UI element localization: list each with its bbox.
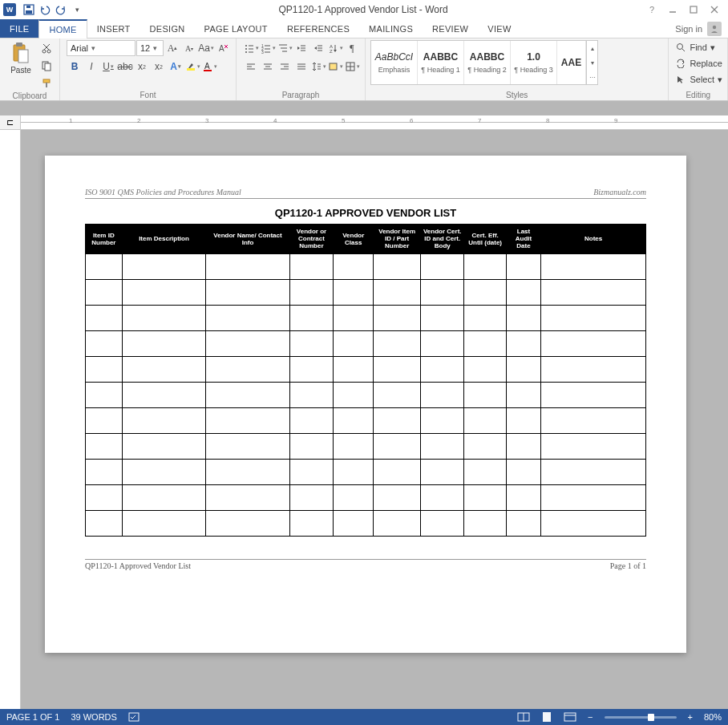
sort-icon[interactable]: AZ — [327, 40, 343, 56]
table-cell[interactable] — [122, 510, 206, 536]
copy-icon[interactable] — [38, 58, 55, 74]
subscript-icon[interactable]: x2 — [134, 59, 150, 75]
table-cell[interactable] — [421, 330, 464, 356]
table-cell[interactable] — [464, 433, 506, 459]
table-cell[interactable] — [506, 510, 541, 536]
font-color-icon[interactable]: A — [201, 59, 217, 75]
table-cell[interactable] — [86, 330, 123, 356]
tab-view[interactable]: VIEW — [478, 19, 520, 38]
maximize-icon[interactable] — [683, 2, 704, 17]
table-cell[interactable] — [206, 510, 290, 536]
style-heading2[interactable]: AABBC¶ Heading 2 — [464, 41, 511, 84]
format-painter-icon[interactable] — [38, 75, 55, 91]
table-cell[interactable] — [421, 279, 464, 305]
table-cell[interactable] — [86, 382, 123, 407]
redo-icon[interactable] — [54, 2, 68, 17]
table-cell[interactable] — [374, 330, 421, 356]
table-cell[interactable] — [86, 433, 123, 459]
table-cell[interactable] — [334, 459, 374, 484]
table-cell[interactable] — [374, 253, 421, 279]
table-cell[interactable] — [506, 433, 541, 459]
table-cell[interactable] — [289, 330, 333, 356]
table-cell[interactable] — [374, 356, 421, 382]
tab-insert[interactable]: INSERT — [87, 19, 140, 38]
clear-formatting-icon[interactable]: A — [215, 40, 231, 56]
table-cell[interactable] — [206, 407, 290, 433]
tab-references[interactable]: REFERENCES — [277, 19, 359, 38]
save-icon[interactable] — [22, 2, 36, 17]
table-cell[interactable] — [86, 305, 123, 330]
table-cell[interactable] — [122, 433, 206, 459]
table-cell[interactable] — [334, 433, 374, 459]
table-cell[interactable] — [86, 356, 123, 382]
table-cell[interactable] — [464, 253, 506, 279]
table-cell[interactable] — [374, 407, 421, 433]
table-row[interactable] — [86, 253, 646, 279]
table-cell[interactable] — [289, 433, 333, 459]
table-cell[interactable] — [464, 407, 506, 433]
styles-expand[interactable]: ▴▾⋯ — [586, 41, 597, 84]
shading-icon[interactable] — [327, 59, 343, 75]
table-cell[interactable] — [86, 459, 123, 484]
table-cell[interactable] — [334, 356, 374, 382]
table-cell[interactable] — [421, 356, 464, 382]
table-cell[interactable] — [541, 305, 646, 330]
table-cell[interactable] — [374, 459, 421, 484]
numbering-icon[interactable]: 123 — [260, 40, 276, 56]
table-cell[interactable] — [206, 459, 290, 484]
table-cell[interactable] — [206, 382, 290, 407]
table-cell[interactable] — [86, 279, 123, 305]
table-cell[interactable] — [464, 382, 506, 407]
table-cell[interactable] — [86, 484, 123, 510]
table-cell[interactable] — [289, 459, 333, 484]
table-cell[interactable] — [464, 279, 506, 305]
table-cell[interactable] — [541, 279, 646, 305]
table-cell[interactable] — [334, 484, 374, 510]
ruler-corner[interactable]: ⊏ — [0, 115, 21, 130]
highlight-icon[interactable] — [184, 59, 200, 75]
align-center-icon[interactable] — [260, 59, 276, 75]
table-cell[interactable] — [374, 279, 421, 305]
italic-icon[interactable]: I — [83, 59, 99, 75]
style-heading3[interactable]: 1.0¶ Heading 3 — [511, 41, 557, 84]
table-cell[interactable] — [122, 484, 206, 510]
cut-icon[interactable] — [38, 40, 55, 56]
zoom-in-button[interactable]: + — [688, 712, 693, 722]
word-count[interactable]: 39 WORDS — [71, 712, 116, 722]
select-button[interactable]: Select ▾ — [675, 72, 722, 87]
show-marks-icon[interactable]: ¶ — [344, 40, 360, 56]
zoom-thumb[interactable] — [648, 714, 654, 721]
table-cell[interactable] — [334, 279, 374, 305]
table-cell[interactable] — [541, 382, 646, 407]
replace-button[interactable]: Replace — [675, 56, 722, 71]
table-cell[interactable] — [421, 407, 464, 433]
zoom-level[interactable]: 80% — [704, 712, 722, 722]
table-cell[interactable] — [541, 407, 646, 433]
table-cell[interactable] — [464, 330, 506, 356]
style-more[interactable]: AAE — [557, 41, 586, 84]
spelling-icon[interactable] — [128, 711, 141, 723]
table-cell[interactable] — [122, 459, 206, 484]
ribbon-options-icon[interactable]: ? — [641, 2, 662, 17]
table-cell[interactable] — [206, 253, 290, 279]
horizontal-ruler[interactable]: 123456789 — [21, 115, 728, 130]
table-cell[interactable] — [86, 253, 123, 279]
table-cell[interactable] — [289, 407, 333, 433]
table-cell[interactable] — [464, 356, 506, 382]
multilevel-list-icon[interactable] — [277, 40, 293, 56]
close-icon[interactable] — [704, 2, 725, 17]
table-cell[interactable] — [421, 459, 464, 484]
table-cell[interactable] — [506, 382, 541, 407]
table-cell[interactable] — [464, 305, 506, 330]
table-cell[interactable] — [541, 484, 646, 510]
table-row[interactable] — [86, 305, 646, 330]
font-size-dropdown[interactable]: 12 — [136, 40, 164, 56]
table-cell[interactable] — [206, 330, 290, 356]
table-cell[interactable] — [334, 330, 374, 356]
table-cell[interactable] — [374, 433, 421, 459]
table-cell[interactable] — [122, 279, 206, 305]
table-cell[interactable] — [506, 407, 541, 433]
table-cell[interactable] — [464, 510, 506, 536]
table-cell[interactable] — [464, 484, 506, 510]
zoom-slider[interactable] — [605, 716, 677, 719]
